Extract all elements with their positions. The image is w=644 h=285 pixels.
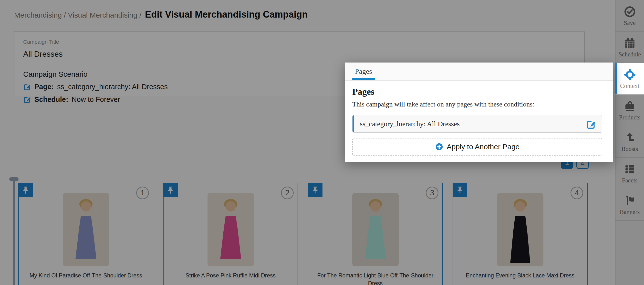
pages-heading: Pages xyxy=(352,86,602,97)
sidebar-item-context[interactable]: Context xyxy=(616,63,644,94)
sidebar-item-label: Context xyxy=(620,82,639,90)
edit-condition-icon[interactable] xyxy=(586,119,596,129)
pages-panel-tabbar: Pages xyxy=(345,62,613,80)
apply-to-another-page-label: Apply to Another Page xyxy=(447,142,520,151)
pages-panel-body: Pages This campaign will take affect on … xyxy=(345,80,613,156)
apply-to-another-page-button[interactable]: Apply to Another Page xyxy=(352,138,602,156)
pages-panel: Pages Pages This campaign will take affe… xyxy=(345,62,613,162)
page-condition-row: ss_category_hierarchy: All Dresses xyxy=(352,115,602,132)
tab-pages[interactable]: Pages xyxy=(352,62,375,80)
pages-description: This campaign will take affect on any pa… xyxy=(352,100,602,108)
crosshair-icon xyxy=(624,69,636,80)
plus-circle-icon xyxy=(435,142,443,151)
page-condition-value: ss_category_hierarchy: All Dresses xyxy=(360,120,460,128)
